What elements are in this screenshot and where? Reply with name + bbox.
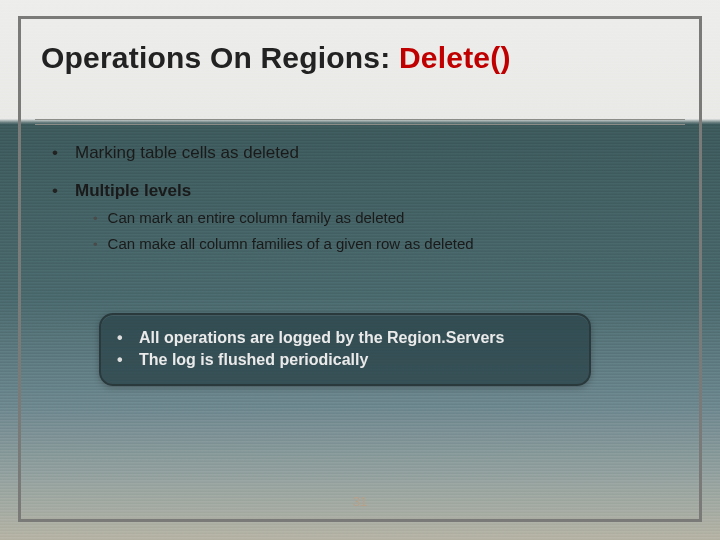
- slide-title: Operations On Regions: Delete(): [41, 41, 679, 75]
- bullet-glyph: •: [51, 143, 59, 163]
- slide-number: 31: [21, 494, 699, 509]
- list-item: • Marking table cells as deleted: [51, 143, 669, 163]
- title-divider: [35, 119, 685, 125]
- slide-frame: Operations On Regions: Delete() • Markin…: [18, 16, 702, 522]
- callout-text: The log is flushed periodically: [139, 349, 368, 371]
- slide-body: • Marking table cells as deleted • Multi…: [51, 143, 669, 273]
- sub-bullet-list: • Can mark an entire column family as de…: [93, 209, 669, 255]
- bullet-list: • Marking table cells as deleted • Multi…: [51, 143, 669, 255]
- bullet-glyph: •: [93, 209, 98, 229]
- title-accent: Delete(): [399, 41, 511, 74]
- sub-bullet-text: Can make all column families of a given …: [108, 235, 474, 255]
- bullet-glyph: •: [117, 327, 127, 349]
- bullet-text: Multiple levels: [75, 181, 191, 201]
- list-item: • Can mark an entire column family as de…: [93, 209, 669, 229]
- list-item: • The log is flushed periodically: [117, 349, 573, 371]
- list-item: • Can make all column families of a give…: [93, 235, 669, 255]
- bullet-glyph: •: [93, 235, 98, 255]
- bullet-glyph: •: [117, 349, 127, 371]
- callout-list: • All operations are logged by the Regio…: [117, 327, 573, 370]
- sub-bullet-text: Can mark an entire column family as dele…: [108, 209, 405, 229]
- list-item: • All operations are logged by the Regio…: [117, 327, 573, 349]
- bullet-glyph: •: [51, 181, 59, 201]
- callout-text: All operations are logged by the Region.…: [139, 327, 504, 349]
- bullet-text: Marking table cells as deleted: [75, 143, 299, 163]
- slide-header: Operations On Regions: Delete(): [21, 19, 699, 89]
- list-item: • Multiple levels • Can mark an entire c…: [51, 181, 669, 255]
- title-prefix: Operations On Regions:: [41, 41, 399, 74]
- callout-box: • All operations are logged by the Regio…: [99, 313, 591, 386]
